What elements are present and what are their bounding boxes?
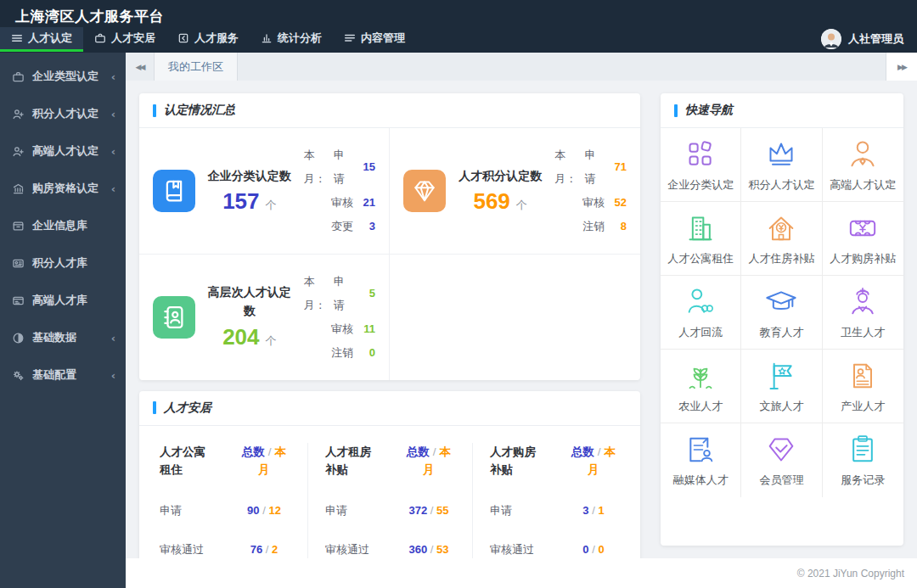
summary-card-title: 认定情况汇总 xyxy=(164,103,235,118)
nav-item-content-mgmt[interactable]: 内容管理 xyxy=(333,27,416,52)
sidebar-item-label: 积分人才库 xyxy=(32,255,108,271)
month-prefix: 本月： xyxy=(554,143,584,191)
quicknav-label: 融媒体人才 xyxy=(673,473,729,488)
anju-total-value: 90 xyxy=(247,504,259,517)
anju-month-value: 0 xyxy=(598,543,604,556)
month-row-value: 21 xyxy=(353,191,375,215)
gear-icon xyxy=(12,369,25,382)
separator: / xyxy=(433,445,436,458)
nav-item-talent-service[interactable]: 人才服务 xyxy=(166,27,250,52)
quicknav-label: 人才公寓租住 xyxy=(667,251,734,266)
plant-icon xyxy=(684,359,717,393)
briefcase-icon xyxy=(12,70,25,83)
tab-strip: ◀◀ 我的工作区 ▶▶ xyxy=(126,53,917,81)
nav-item-talent-certify[interactable]: 人才认定 xyxy=(0,27,83,52)
stat-enterprise-classification: 企业分类认定数 157 个 本月：申请15 审核21 变更3 xyxy=(139,128,390,255)
sidebar: 企业类型认定 ‹ 积分人才认定 ‹ 高端人才认定 ‹ 购房资格认定 ‹ 企业信息… xyxy=(0,53,126,588)
month-row-value: 3 xyxy=(353,215,375,238)
title-accent-bar xyxy=(153,401,156,414)
quicknav-member-mgmt[interactable]: 会员管理 xyxy=(741,423,822,497)
tabs-scroll-right-icon[interactable]: ▶▶ xyxy=(886,53,917,81)
sidebar-item-label: 高端人才库 xyxy=(32,293,108,308)
nav-item-label: 内容管理 xyxy=(361,31,405,46)
anju-col-name: 人才公寓租住 xyxy=(160,443,216,479)
sidebar-item-enterprise-db[interactable]: 企业信息库 xyxy=(0,207,126,244)
quicknav-apartment-rent[interactable]: 人才公寓租住 xyxy=(661,202,741,276)
quicknav-housing-subsidy[interactable]: 人才住房补贴 xyxy=(741,202,822,276)
stat-unit: 个 xyxy=(516,198,527,213)
sidebar-item-points-talent-db[interactable]: 积分人才库 xyxy=(0,244,126,282)
month-row-label: 注销 xyxy=(331,341,353,365)
quicknav-agriculture-talent[interactable]: 农业人才 xyxy=(661,350,741,423)
id-card-icon xyxy=(12,257,25,270)
quicknav-label: 人才购房补贴 xyxy=(830,251,896,266)
nav-item-label: 人才认定 xyxy=(28,31,72,46)
stat-month-block: 本月：申请15 审核21 变更3 xyxy=(304,143,375,238)
copyright-text: © 2021 JiYun Copyright xyxy=(797,568,904,580)
person-icon xyxy=(846,137,880,171)
quicknav-enterprise-classification[interactable]: 企业分类认定 xyxy=(661,128,741,202)
user-menu[interactable]: 人社管理员 xyxy=(821,29,903,49)
quicknav-points-talent[interactable]: 积分人才认定 xyxy=(741,128,822,202)
stat-highlevel-talent: 高层次人才认定数 204 个 本月：申请5 审核11 注销0 xyxy=(139,255,390,380)
quicknav-health-talent[interactable]: 卫生人才 xyxy=(823,276,903,350)
month-prefix: 本月： xyxy=(304,143,334,191)
anju-total-value: 76 xyxy=(250,543,262,556)
talent-housing-card-title: 人才安居 xyxy=(164,400,211,416)
stat-empty-cell xyxy=(390,255,640,380)
quicknav-highend-talent[interactable]: 高端人才认定 xyxy=(823,128,903,202)
quicknav-talent-return[interactable]: 人才回流 xyxy=(661,276,741,350)
house-yen-icon xyxy=(764,211,798,245)
anju-row: 申请 372 / 55 xyxy=(325,502,455,519)
quicknav-education-talent[interactable]: 教育人才 xyxy=(741,276,822,350)
quicknav-service-records[interactable]: 服务记录 xyxy=(823,423,903,497)
talent-housing-card-header: 人才安居 xyxy=(139,391,640,426)
month-row-value: 71 xyxy=(605,155,627,179)
anju-month-value: 12 xyxy=(268,504,280,517)
sidebar-item-base-data[interactable]: 基础数据 ‹ xyxy=(0,319,126,356)
anju-col-name: 人才购房补贴 xyxy=(490,443,546,479)
month-row-label: 申请 xyxy=(334,143,353,191)
anju-col-purchase-subsidy: 人才购房补贴 总数 / 本月 申请 3 / 1 审核通过 0 / 0 xyxy=(472,443,637,559)
sidebar-item-label: 企业类型认定 xyxy=(32,69,104,84)
nav-item-statistics[interactable]: 统计分析 xyxy=(250,27,333,52)
quicknav-media-talent[interactable]: 融媒体人才 xyxy=(661,423,741,497)
nav-item-talent-housing[interactable]: 人才安居 xyxy=(83,27,166,52)
crown-icon xyxy=(764,137,798,171)
stat-unit: 个 xyxy=(266,198,277,213)
stat-name: 企业分类认定数 xyxy=(205,167,294,186)
quicknav-purchase-subsidy[interactable]: 人才购房补贴 xyxy=(823,202,903,276)
chevron-left-icon: ‹ xyxy=(111,182,115,195)
month-row-value: 5 xyxy=(353,282,375,305)
anju-total-value: 0 xyxy=(582,543,588,556)
briefcase-icon xyxy=(94,32,106,44)
quicknav-label: 卫生人才 xyxy=(841,325,885,340)
separator: / xyxy=(268,445,272,458)
sidebar-item-points-talent-certify[interactable]: 积分人才认定 ‹ xyxy=(0,95,126,132)
sidebar-item-housing-qualification[interactable]: 购房资格认定 ‹ xyxy=(0,170,126,207)
tabs-scroll-left-icon[interactable]: ◀◀ xyxy=(126,53,155,81)
month-row-value: 8 xyxy=(605,215,627,238)
quicknav-label: 农业人才 xyxy=(678,399,723,414)
quicknav-label: 服务记录 xyxy=(841,473,885,488)
anju-total-value: 3 xyxy=(582,504,588,517)
sidebar-item-enterprise-type[interactable]: 企业类型认定 ‹ xyxy=(0,58,126,95)
stat-month-block: 本月：申请71 审核52 注销8 xyxy=(554,143,627,238)
quicknav-label: 会员管理 xyxy=(759,473,803,488)
sidebar-item-highend-talent-certify[interactable]: 高端人才认定 ‹ xyxy=(0,132,126,170)
sidebar-item-label: 基础配置 xyxy=(32,367,104,383)
anju-row: 申请 3 / 1 xyxy=(490,502,620,519)
building-icon xyxy=(684,211,717,245)
arrow-square-icon xyxy=(177,32,189,44)
grid-squares-icon xyxy=(684,137,717,171)
quicknav-culture-tourism-talent[interactable]: 文旅人才 xyxy=(741,350,822,423)
tab-my-workspace[interactable]: 我的工作区 xyxy=(155,53,238,81)
stat-month-block: 本月：申请5 审核11 注销0 xyxy=(304,270,375,365)
content-area: 认定情况汇总 企业分类认定数 157 xyxy=(126,81,917,558)
sidebar-item-label: 企业信息库 xyxy=(32,218,108,233)
ticket-yen-icon xyxy=(846,211,880,245)
quicknav-industry-talent[interactable]: 产业人才 xyxy=(823,350,903,423)
sidebar-item-highend-talent-db[interactable]: 高端人才库 xyxy=(0,282,126,319)
sidebar-item-base-config[interactable]: 基础配置 ‹ xyxy=(0,356,126,394)
nurse-icon xyxy=(846,285,880,319)
